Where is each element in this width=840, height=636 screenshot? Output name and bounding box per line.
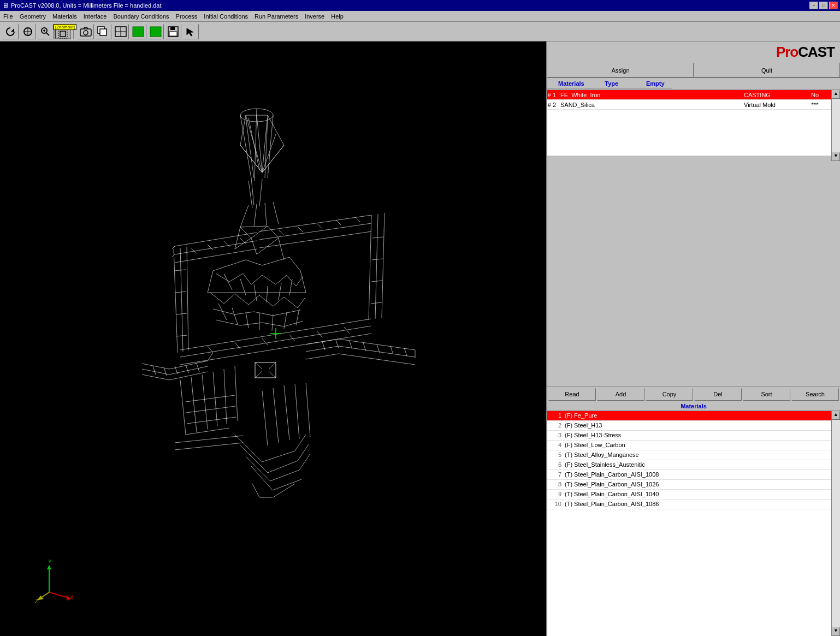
material-bottom-row-3[interactable]: 3(F) Steel_H13-Stress (547, 431, 831, 441)
materials-column-header: Materials (558, 80, 584, 87)
material-bottom-row-10[interactable]: 10(T) Steel_Plain_Carbon_AISI_1086 (547, 500, 831, 509)
search-button[interactable]: Search (791, 388, 839, 401)
material-type-1: CASTING (744, 92, 798, 98)
pointer-button[interactable] (182, 24, 199, 39)
zoomout-button[interactable]: [Zoomout] (55, 24, 71, 39)
material-name-2: SAND_Silica (558, 102, 744, 108)
quit-button[interactable]: Quit (694, 63, 840, 78)
svg-line-5 (46, 33, 49, 35)
viewport[interactable]: Y X Z (0, 41, 546, 636)
scroll-down-top[interactable]: ▼ (832, 152, 840, 161)
read-button[interactable]: Read (548, 388, 596, 401)
svg-marker-202 (47, 565, 51, 569)
mat-bottom-num-1: 1 (547, 412, 564, 419)
mat-bottom-num-2: 2 (547, 422, 564, 429)
type-column-header: Type (584, 80, 639, 87)
green-button-1[interactable] (130, 24, 146, 39)
assign-quit-bar: Assign Quit (547, 63, 840, 78)
materials-list-bottom[interactable]: 1(F) Fe_Pure2(F) Steel_H133(F) Steel_H13… (547, 411, 831, 637)
menu-materials[interactable]: Materials (49, 12, 80, 21)
material-type-2: Virtual Mold (744, 102, 798, 108)
svg-rect-22 (0, 63, 546, 614)
green-button-2[interactable] (147, 24, 164, 39)
del-button[interactable]: Del (694, 388, 742, 401)
procast-header: ProCAST (547, 41, 840, 63)
mat-bottom-name-2: (F) Steel_H13 (564, 422, 831, 429)
minimize-button[interactable]: − (809, 2, 818, 9)
action-buttons: Read Add Copy Del Sort Search (547, 387, 840, 402)
menu-boundary-conditions[interactable]: Boundary Conditions (110, 12, 172, 21)
material-bottom-row-1[interactable]: 1(F) Fe_Pure (547, 411, 831, 421)
title-bar-left: 🖥 ProCAST v2008.0, Units = Millimeters F… (2, 2, 162, 9)
mat-bottom-num-9: 9 (547, 491, 564, 497)
mat-bottom-name-5: (T) Steel_Alloy_Manganese (564, 451, 831, 458)
material-name-1: FE_White_Iron (558, 92, 744, 98)
material-bottom-row-5[interactable]: 5(T) Steel_Alloy_Manganese (547, 450, 831, 460)
mat-bottom-num-8: 8 (547, 481, 564, 488)
mesh-viewport (0, 41, 546, 636)
svg-rect-17 (133, 27, 144, 37)
reset-button[interactable] (2, 24, 19, 39)
svg-text:Y: Y (48, 560, 52, 565)
title-bar-controls[interactable]: − □ ✕ (809, 2, 838, 9)
mat-bottom-name-4: (F) Steel_Low_Carbon (564, 442, 831, 448)
mat-bottom-name-10: (T) Steel_Plain_Carbon_AISI_1086 (564, 501, 831, 507)
mat-bottom-name-3: (F) Steel_H13-Stress (564, 432, 831, 438)
zoomout-label: [Zoomout] (54, 24, 76, 30)
mat-bottom-num-10: 10 (547, 501, 564, 507)
svg-rect-20 (170, 27, 175, 30)
material-bottom-row-8[interactable]: 8(T) Steel_Plain_Carbon_AISI_1026 (547, 480, 831, 490)
add-button[interactable]: Add (597, 388, 644, 401)
menu-file[interactable]: File (0, 12, 16, 21)
mat-bottom-name-7: (T) Steel_Plain_Carbon_AISI_1008 (564, 471, 831, 478)
material-bottom-row-4[interactable]: 4(F) Steel_Low_Carbon (547, 441, 831, 450)
mat-bottom-name-9: (T) Steel_Plain_Carbon_AISI_1040 (564, 491, 831, 497)
scroll-up-top[interactable]: ▲ (832, 90, 840, 99)
mat-bottom-num-5: 5 (547, 451, 564, 458)
material-row-1[interactable]: # 1 FE_White_Iron CASTING No (547, 90, 831, 100)
menu-inverse[interactable]: Inverse (301, 12, 328, 21)
svg-rect-9 (60, 31, 66, 37)
save-button[interactable] (165, 24, 181, 39)
scroll-up-bottom[interactable]: ▲ (832, 411, 840, 420)
materials-table-header: Materials Type Empty (547, 78, 840, 90)
mat-bottom-num-4: 4 (547, 442, 564, 448)
fit-button[interactable] (20, 24, 36, 39)
mat-bottom-num-7: 7 (547, 471, 564, 478)
menu-geometry[interactable]: Geometry (16, 12, 49, 21)
material-bottom-row-2[interactable]: 2(F) Steel_H13 (547, 421, 831, 431)
app-icon: 🖥 (2, 2, 9, 9)
menu-run-parameters[interactable]: Run Parameters (251, 12, 301, 21)
material-bottom-row-6[interactable]: 6(F) Steel_Stainless_Austenitic (547, 460, 831, 470)
copy-view-button[interactable] (95, 24, 111, 39)
menu-initial-conditions[interactable]: Initial Conditions (200, 12, 251, 21)
menu-interface[interactable]: Interface (80, 12, 110, 21)
material-bottom-row-9[interactable]: 9(T) Steel_Plain_Carbon_AISI_1040 (547, 490, 831, 500)
copy-button[interactable]: Copy (646, 388, 693, 401)
title-bar: 🖥 ProCAST v2008.0, Units = Millimeters F… (0, 0, 840, 11)
svg-text:X: X (70, 595, 74, 601)
main-layout: Y X Z ProCAST Assign Quit (0, 41, 840, 636)
mat-bottom-name-8: (T) Steel_Plain_Carbon_AISI_1026 (564, 481, 831, 488)
material-num-1: # 1 (547, 92, 558, 98)
zoom-button[interactable] (37, 24, 54, 39)
assign-button[interactable]: Assign (547, 63, 694, 78)
camera-button[interactable] (78, 24, 94, 39)
material-bottom-row-7[interactable]: 7(T) Steel_Plain_Carbon_AISI_1008 (547, 470, 831, 480)
menu-process[interactable]: Process (173, 12, 201, 21)
right-panel: ProCAST Assign Quit Materials Type Empty (546, 41, 840, 636)
scroll-down-bottom[interactable]: ▼ (832, 627, 840, 636)
mat-bottom-num-6: 6 (547, 461, 564, 468)
svg-rect-13 (100, 29, 107, 35)
material-row-2[interactable]: # 2 SAND_Silica Virtual Mold *** (547, 100, 831, 110)
materials-list-top[interactable]: # 1 FE_White_Iron CASTING No # 2 SAND_Si… (547, 90, 831, 156)
window-button[interactable] (113, 24, 129, 39)
close-button[interactable]: ✕ (829, 2, 838, 9)
materials-bottom-label: Materials (547, 402, 840, 411)
sort-button[interactable]: Sort (743, 388, 790, 401)
material-empty-2: *** (798, 102, 831, 108)
menu-help[interactable]: Help (328, 12, 347, 21)
maximize-button[interactable]: □ (819, 2, 828, 9)
material-empty-1: No (798, 92, 831, 98)
svg-text:Z: Z (35, 598, 38, 603)
